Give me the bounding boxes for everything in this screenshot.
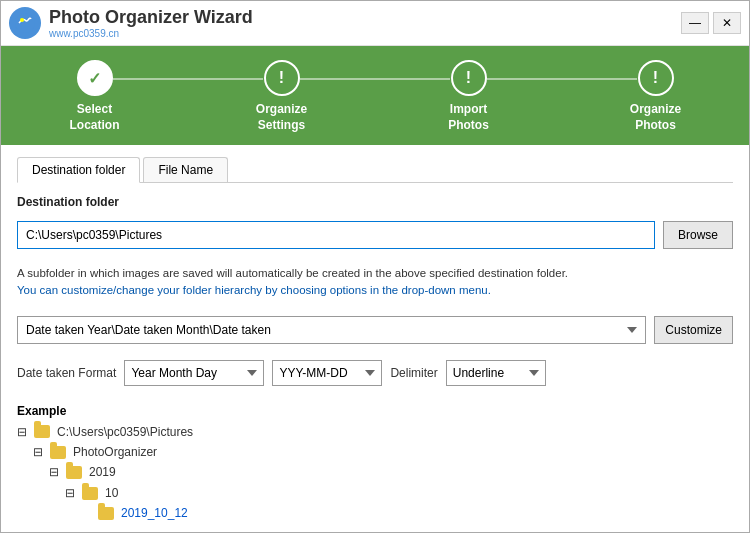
destination-folder-label: Destination folder <box>17 195 733 209</box>
date-format-select[interactable]: Year Month Day Day Month Year Month Day … <box>124 360 264 386</box>
window-subtitle: www.pc0359.cn <box>49 28 681 39</box>
svg-point-0 <box>15 13 35 33</box>
info-text-line2: You can customize/change your folder hie… <box>17 284 491 296</box>
tab-file-name[interactable]: File Name <box>143 157 228 182</box>
folder-tree: ⊟ C:\Users\pc0359\Pictures ⊟ PhotoOrgani… <box>17 422 733 524</box>
step-label-3: ImportPhotos <box>448 102 489 133</box>
date-pattern-select[interactable]: YYY-MM-DD YYYY-MM-DD DD-MM-YYYY <box>272 360 382 386</box>
example-section: Example ⊟ C:\Users\pc0359\Pictures ⊟ P <box>17 404 733 524</box>
tree-row-4: ⊟ 2019_10_12 <box>17 503 733 523</box>
title-bar: Photo Organizer Wizard www.pc0359.cn — ✕ <box>1 1 749 46</box>
tree-text-0: C:\Users\pc0359\Pictures <box>57 422 193 442</box>
tab-bar: Destination folder File Name <box>17 157 733 183</box>
main-window: Photo Organizer Wizard www.pc0359.cn — ✕… <box>0 0 750 533</box>
tree-row-1: ⊟ PhotoOrganizer <box>17 442 733 462</box>
destination-row: Browse <box>17 221 733 249</box>
app-logo <box>9 7 41 39</box>
step-circle-1: ✓ <box>77 60 113 96</box>
tree-expand-2: ⊟ <box>49 462 59 482</box>
date-format-label: Date taken Format <box>17 366 116 380</box>
tree-expand-0: ⊟ <box>17 422 27 442</box>
step-circle-2: ! <box>264 60 300 96</box>
delimiter-select[interactable]: Underline Dash Dot None <box>446 360 546 386</box>
wizard-step-organize-photos: ! OrganizePhotos <box>562 60 749 133</box>
wizard-step-organize-settings: ! OrganizeSettings <box>188 60 375 133</box>
tree-text-1: PhotoOrganizer <box>73 442 157 462</box>
folder-icon-4 <box>98 507 114 520</box>
tree-expand-1: ⊟ <box>33 442 43 462</box>
svg-point-1 <box>20 18 24 22</box>
wizard-step-import-photos: ! ImportPhotos <box>375 60 562 133</box>
folder-icon-3 <box>82 487 98 500</box>
step-label-2: OrganizeSettings <box>256 102 307 133</box>
wizard-step-select-location: ✓ SelectLocation <box>1 60 188 133</box>
tree-row-2: ⊟ 2019 <box>17 462 733 482</box>
tree-row-0: ⊟ C:\Users\pc0359\Pictures <box>17 422 733 442</box>
close-button[interactable]: ✕ <box>713 12 741 34</box>
example-label: Example <box>17 404 733 418</box>
step-circle-3: ! <box>451 60 487 96</box>
tree-text-2: 2019 <box>89 462 116 482</box>
tab-destination-folder[interactable]: Destination folder <box>17 157 140 183</box>
tree-row-3: ⊟ 10 <box>17 483 733 503</box>
format-row: Date taken Format Year Month Day Day Mon… <box>17 360 733 386</box>
window-controls: — ✕ <box>681 12 741 34</box>
wizard-header: ✓ SelectLocation ! OrganizeSettings ! Im… <box>1 46 749 145</box>
info-text: A subfolder in which images are saved wi… <box>17 265 733 300</box>
step-label-1: SelectLocation <box>70 102 120 133</box>
customize-button[interactable]: Customize <box>654 316 733 344</box>
minimize-button[interactable]: — <box>681 12 709 34</box>
tree-text-4: 2019_10_12 <box>121 503 188 523</box>
folder-icon-1 <box>50 446 66 459</box>
info-text-line1: A subfolder in which images are saved wi… <box>17 267 568 279</box>
folder-icon-2 <box>66 466 82 479</box>
folder-hierarchy-select[interactable]: Date taken Year\Date taken Month\Date ta… <box>17 316 646 344</box>
destination-input[interactable] <box>17 221 655 249</box>
tree-text-3: 10 <box>105 483 118 503</box>
folder-icon-0 <box>34 425 50 438</box>
delimiter-label: Delimiter <box>390 366 437 380</box>
browse-button[interactable]: Browse <box>663 221 733 249</box>
folder-dropdown-row: Date taken Year\Date taken Month\Date ta… <box>17 316 733 344</box>
window-title: Photo Organizer Wizard <box>49 7 681 28</box>
content-area: Destination folder File Name Destination… <box>1 145 749 533</box>
tree-expand-3: ⊟ <box>65 483 75 503</box>
step-circle-4: ! <box>638 60 674 96</box>
step-label-4: OrganizePhotos <box>630 102 681 133</box>
